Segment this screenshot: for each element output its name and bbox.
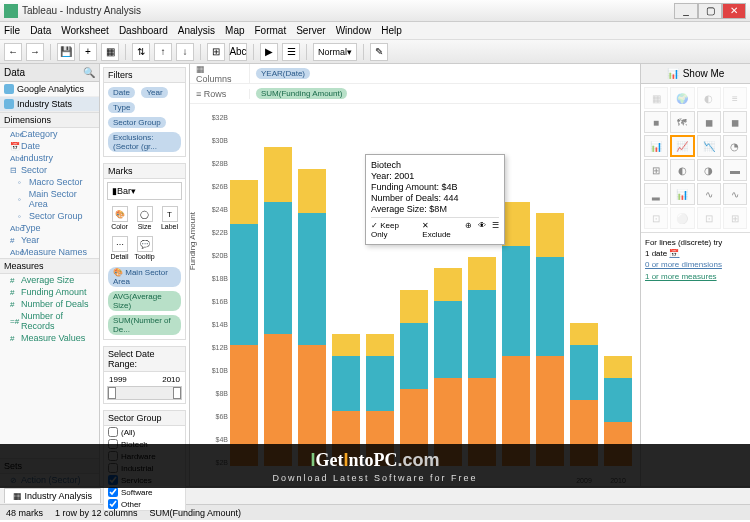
bar-column[interactable] bbox=[570, 114, 598, 466]
highlight-button[interactable]: ✎ bbox=[370, 43, 388, 61]
back-button[interactable]: ← bbox=[4, 43, 22, 61]
mark-pill-avg[interactable]: AVG(Average Size) bbox=[108, 291, 181, 311]
show-me-option[interactable]: 📊 bbox=[670, 183, 694, 205]
new-sheet-button[interactable]: ▦ bbox=[101, 43, 119, 61]
show-me-option[interactable]: ⚪ bbox=[670, 207, 694, 229]
bar-segment[interactable] bbox=[298, 213, 326, 345]
menu-worksheet[interactable]: Worksheet bbox=[61, 25, 109, 36]
bar-segment[interactable] bbox=[536, 213, 564, 257]
dim-year[interactable]: #Year bbox=[0, 234, 99, 246]
menu-window[interactable]: Window bbox=[336, 25, 372, 36]
show-me-option[interactable]: ⊞ bbox=[723, 207, 747, 229]
dim-category[interactable]: AbcCategory bbox=[0, 128, 99, 140]
bar-segment[interactable] bbox=[502, 202, 530, 246]
datasource-google-analytics[interactable]: Google Analytics bbox=[0, 82, 99, 97]
date-slider[interactable] bbox=[107, 386, 182, 400]
bar-segment[interactable] bbox=[366, 334, 394, 356]
show-me-header[interactable]: 📊 Show Me bbox=[641, 64, 750, 84]
close-button[interactable]: ✕ bbox=[722, 3, 746, 19]
bar-segment[interactable] bbox=[570, 323, 598, 345]
show-me-option[interactable]: ∿ bbox=[723, 183, 747, 205]
meas-average-size[interactable]: #Average Size bbox=[0, 274, 99, 286]
meas-measure-values[interactable]: #Measure Values bbox=[0, 332, 99, 344]
dim-date[interactable]: 📅Date bbox=[0, 140, 99, 152]
mark-detail-button[interactable]: ⋯Detail bbox=[109, 236, 131, 260]
mark-pill-main-sector[interactable]: 🎨 Main Sector Area bbox=[108, 267, 181, 287]
show-me-option[interactable]: ◼ bbox=[723, 111, 747, 133]
bar-column[interactable] bbox=[230, 114, 258, 466]
meas-number-of-records[interactable]: =#Number of Records bbox=[0, 310, 99, 332]
columns-pill[interactable]: YEAR(Date) bbox=[256, 68, 310, 79]
mark-size-button[interactable]: ◯Size bbox=[134, 206, 156, 230]
maximize-button[interactable]: ▢ bbox=[698, 3, 722, 19]
show-me-option[interactable]: ⊡ bbox=[644, 207, 668, 229]
show-me-option[interactable]: ∿ bbox=[697, 183, 721, 205]
dim-macro-sector[interactable]: ◦Macro Sector bbox=[0, 176, 99, 188]
show-me-option[interactable]: ▬ bbox=[723, 159, 747, 181]
label-button[interactable]: Abc bbox=[229, 43, 247, 61]
filter-pill-sector-group[interactable]: Sector Group bbox=[108, 117, 166, 128]
show-me-option[interactable]: 🗺 bbox=[670, 111, 694, 133]
show-me-option[interactable]: ◼ bbox=[697, 111, 721, 133]
menu-dashboard[interactable]: Dashboard bbox=[119, 25, 168, 36]
meas-funding-amount[interactable]: #Funding Amount bbox=[0, 286, 99, 298]
bar-segment[interactable] bbox=[332, 334, 360, 356]
mark-pill-sum[interactable]: SUM(Number of De... bbox=[108, 315, 181, 335]
menu-help[interactable]: Help bbox=[381, 25, 402, 36]
fit-selector[interactable]: Normal ▾ bbox=[313, 43, 357, 61]
swap-button[interactable]: ⇅ bbox=[132, 43, 150, 61]
sector-group-item[interactable]: (All) bbox=[104, 426, 185, 438]
sheet-tab[interactable]: ▦ Industry Analysis bbox=[4, 488, 101, 503]
new-data-button[interactable]: + bbox=[79, 43, 97, 61]
bar-column[interactable] bbox=[332, 114, 360, 466]
tooltip-exclude[interactable]: ✕ Exclude bbox=[422, 221, 459, 239]
show-me-option[interactable]: ▦ bbox=[644, 87, 668, 109]
menu-map[interactable]: Map bbox=[225, 25, 244, 36]
mark-color-button[interactable]: 🎨Color bbox=[109, 206, 131, 230]
bar-segment[interactable] bbox=[298, 169, 326, 213]
show-me-option[interactable]: ◑ bbox=[697, 159, 721, 181]
tooltip-menu-icon[interactable]: ☰ bbox=[492, 221, 499, 239]
bar-column[interactable] bbox=[536, 114, 564, 466]
bar-segment[interactable] bbox=[366, 356, 394, 411]
mark-tooltip-button[interactable]: 💬Tooltip bbox=[134, 236, 156, 260]
bar-segment[interactable] bbox=[536, 257, 564, 356]
bar-column[interactable] bbox=[298, 114, 326, 466]
presentation-button[interactable]: ▶ bbox=[260, 43, 278, 61]
bar-segment[interactable] bbox=[468, 290, 496, 378]
bar-segment[interactable] bbox=[230, 180, 258, 224]
filter-pill-date[interactable]: Date bbox=[108, 87, 135, 98]
sort-asc-button[interactable]: ↑ bbox=[154, 43, 172, 61]
forward-button[interactable]: → bbox=[26, 43, 44, 61]
bar-segment[interactable] bbox=[434, 268, 462, 301]
dim-sector-group[interactable]: ◦Sector Group bbox=[0, 210, 99, 222]
bar-segment[interactable] bbox=[400, 290, 428, 323]
bar-segment[interactable] bbox=[230, 224, 258, 345]
tooltip-group-icon[interactable]: ⊕ bbox=[465, 221, 472, 239]
show-me-option[interactable]: 🌍 bbox=[670, 87, 694, 109]
bar-segment[interactable] bbox=[604, 378, 632, 422]
show-me-option[interactable]: ◐ bbox=[670, 159, 694, 181]
show-me-option[interactable]: 📈 bbox=[670, 135, 694, 157]
datasource-industry-stats[interactable]: Industry Stats bbox=[0, 97, 99, 112]
menu-analysis[interactable]: Analysis bbox=[178, 25, 215, 36]
rows-shelf[interactable]: ≡ Rows SUM(Funding Amount) bbox=[190, 84, 640, 104]
menu-format[interactable]: Format bbox=[255, 25, 287, 36]
menu-data[interactable]: Data bbox=[30, 25, 51, 36]
tooltip-view-icon[interactable]: 👁 bbox=[478, 221, 486, 239]
filter-pill-year[interactable]: Year bbox=[141, 87, 167, 98]
bar-segment[interactable] bbox=[332, 356, 360, 411]
show-me-option[interactable]: ⊡ bbox=[697, 207, 721, 229]
bar-column[interactable] bbox=[264, 114, 292, 466]
menu-server[interactable]: Server bbox=[296, 25, 325, 36]
show-me-option[interactable]: ■ bbox=[644, 111, 668, 133]
menu-file[interactable]: File bbox=[4, 25, 20, 36]
bar-segment[interactable] bbox=[502, 246, 530, 356]
minimize-button[interactable]: _ bbox=[674, 3, 698, 19]
show-me-option[interactable]: ⊞ bbox=[644, 159, 668, 181]
viz[interactable]: Funding Amount $2B$4B$6B$8B$10B$12B$14B$… bbox=[190, 104, 640, 486]
dim-sector[interactable]: ⊟Sector bbox=[0, 164, 99, 176]
group-button[interactable]: ⊞ bbox=[207, 43, 225, 61]
columns-shelf[interactable]: ▦ Columns YEAR(Date) bbox=[190, 64, 640, 84]
bar-column[interactable] bbox=[502, 114, 530, 466]
